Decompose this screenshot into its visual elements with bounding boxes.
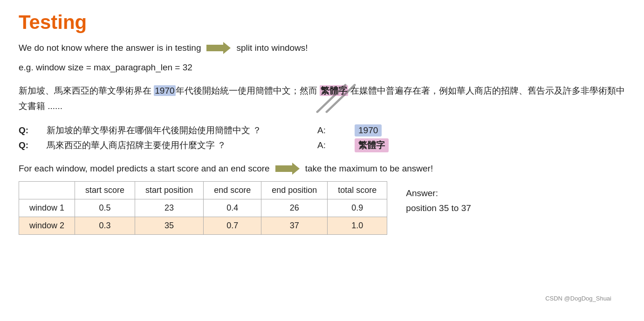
table-header-row: start score start position end score end… (19, 181, 387, 199)
q2-text: 馬來西亞的華人商店招牌主要使用什麼文字 ？ (47, 139, 317, 151)
col-header-start-score: start score (75, 181, 135, 199)
row2-start-position: 35 (135, 217, 204, 234)
row2-total-score: 1.0 (328, 217, 387, 234)
intro-text: We do not know where the answer is in te… (19, 43, 201, 53)
row2-end-position: 37 (261, 217, 328, 234)
row2-end-score: 0.7 (204, 217, 261, 234)
col-header-empty (19, 181, 75, 199)
answer-box: Answer: position 35 to 37 (406, 186, 471, 216)
a1-label: A: (317, 125, 355, 136)
row1-label: window 1 (19, 199, 75, 217)
score-intro-suffix: take the maximum to be answer! (305, 164, 433, 174)
qa-block: Q: 新加坡的華文學術界在哪個年代後開始使用簡體中文 ？ A: 1970 Q: … (19, 124, 625, 152)
col-header-start-position: start position (135, 181, 204, 199)
a2-label: A: (317, 140, 355, 150)
watermark: CSDN @DogDog_Shuai (545, 295, 611, 302)
score-intro-text: For each window, model predicts a start … (19, 164, 270, 174)
q2-label: Q: (19, 140, 47, 150)
passage-highlight-1970: 1970 (154, 85, 175, 96)
passage-block: 新加坡、馬來西亞的華文學術界在 1970年代後開始統一使用簡體中文；然而 繁體字… (19, 83, 625, 114)
row2-start-score: 0.3 (75, 217, 135, 234)
page-title: Testing (19, 11, 625, 34)
passage-between: 年代後開始統一使用簡體中文；然而 (176, 86, 320, 96)
row1-end-score: 0.4 (204, 199, 261, 217)
score-arrow-icon (275, 163, 300, 175)
example-line: e.g. window size = max_paragraph_len = 3… (19, 62, 625, 73)
answer-line2: position 35 to 37 (406, 201, 471, 216)
q1-text: 新加坡的華文學術界在哪個年代後開始使用簡體中文 ？ (47, 124, 317, 137)
svg-marker-0 (206, 42, 231, 54)
score-intro: For each window, model predicts a start … (19, 163, 625, 175)
row1-end-position: 26 (261, 199, 328, 217)
col-header-end-score: end score (204, 181, 261, 199)
q1-label: Q: (19, 125, 47, 136)
svg-marker-3 (275, 163, 300, 175)
passage-before-h1: 新加坡、馬來西亞的華文學術界在 (19, 86, 154, 96)
row1-total-score: 0.9 (328, 199, 387, 217)
intro-suffix: split into windows! (236, 43, 308, 53)
col-header-total-score: total score (328, 181, 387, 199)
row1-start-score: 0.5 (75, 199, 135, 217)
row1-start-position: 23 (135, 199, 204, 217)
table-row: window 2 0.3 35 0.7 37 1.0 (19, 217, 387, 234)
table-row: window 1 0.5 23 0.4 26 0.9 (19, 199, 387, 217)
intro-line: We do not know where the answer is in te… (19, 42, 625, 54)
row2-label: window 2 (19, 217, 75, 234)
a1-answer: 1970 (355, 124, 382, 137)
main-content: start score start position end score end… (19, 181, 625, 235)
passage-highlight-fanti: 繁體字 (320, 85, 348, 96)
a2-answer: 繁體字 (355, 138, 389, 152)
page-wrapper: Testing We do not know where the answer … (19, 11, 625, 309)
scores-table: start score start position end score end… (19, 181, 387, 235)
arrow-icon (206, 42, 231, 54)
col-header-end-position: end position (261, 181, 328, 199)
answer-line1: Answer: (406, 186, 471, 201)
